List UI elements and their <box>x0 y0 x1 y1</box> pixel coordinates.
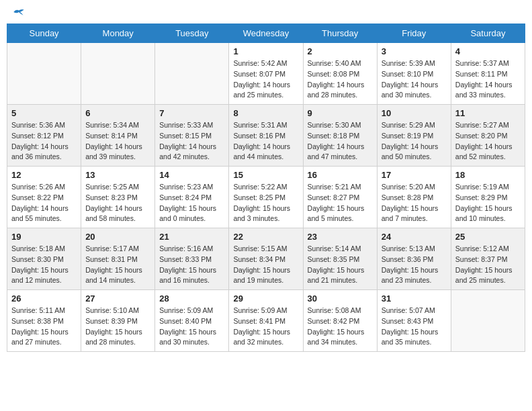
day-info: Sunrise: 5:22 AM Sunset: 8:25 PM Dayligh… <box>233 182 298 224</box>
day-number: 9 <box>308 108 373 118</box>
weekday-header-thursday: Thursday <box>303 24 377 43</box>
calendar-cell: 23Sunrise: 5:14 AM Sunset: 8:35 PM Dayli… <box>303 228 377 290</box>
day-info: Sunrise: 5:42 AM Sunset: 8:07 PM Dayligh… <box>233 58 298 101</box>
day-info: Sunrise: 5:26 AM Sunset: 8:22 PM Dayligh… <box>11 182 77 224</box>
calendar-cell: 28Sunrise: 5:09 AM Sunset: 8:40 PM Dayli… <box>155 290 229 352</box>
day-info: Sunrise: 5:07 AM Sunset: 8:43 PM Dayligh… <box>382 306 447 348</box>
day-number: 12 <box>11 170 77 180</box>
calendar-cell: 1Sunrise: 5:42 AM Sunset: 8:07 PM Daylig… <box>229 43 303 105</box>
calendar-cell: 6Sunrise: 5:34 AM Sunset: 8:14 PM Daylig… <box>81 105 155 167</box>
day-number: 2 <box>308 46 373 56</box>
calendar-cell: 30Sunrise: 5:08 AM Sunset: 8:42 PM Dayli… <box>303 290 377 352</box>
calendar-cell: 4Sunrise: 5:37 AM Sunset: 8:11 PM Daylig… <box>451 43 525 105</box>
day-info: Sunrise: 5:15 AM Sunset: 8:34 PM Dayligh… <box>233 244 298 286</box>
day-info: Sunrise: 5:20 AM Sunset: 8:28 PM Dayligh… <box>382 182 447 224</box>
calendar-cell: 14Sunrise: 5:23 AM Sunset: 8:24 PM Dayli… <box>155 167 229 228</box>
day-info: Sunrise: 5:08 AM Sunset: 8:42 PM Dayligh… <box>308 306 373 348</box>
day-info: Sunrise: 5:33 AM Sunset: 8:15 PM Dayligh… <box>159 120 224 163</box>
day-number: 13 <box>85 170 150 180</box>
calendar-cell: 24Sunrise: 5:13 AM Sunset: 8:36 PM Dayli… <box>377 228 451 290</box>
day-info: Sunrise: 5:11 AM Sunset: 8:38 PM Dayligh… <box>11 306 77 348</box>
calendar-cell: 21Sunrise: 5:16 AM Sunset: 8:33 PM Dayli… <box>155 228 229 290</box>
calendar-cell <box>451 290 525 352</box>
day-number: 3 <box>382 46 447 56</box>
calendar-cell: 8Sunrise: 5:31 AM Sunset: 8:16 PM Daylig… <box>229 105 303 167</box>
day-info: Sunrise: 5:31 AM Sunset: 8:16 PM Dayligh… <box>233 120 298 163</box>
day-info: Sunrise: 5:13 AM Sunset: 8:36 PM Dayligh… <box>382 244 447 286</box>
calendar-cell <box>81 43 155 105</box>
day-number: 29 <box>233 293 298 304</box>
day-number: 26 <box>11 293 77 304</box>
day-info: Sunrise: 5:12 AM Sunset: 8:37 PM Dayligh… <box>455 244 521 286</box>
calendar-cell: 26Sunrise: 5:11 AM Sunset: 8:38 PM Dayli… <box>7 290 81 352</box>
day-number: 16 <box>308 170 373 180</box>
day-number: 14 <box>159 170 224 180</box>
calendar-cell: 19Sunrise: 5:18 AM Sunset: 8:30 PM Dayli… <box>7 228 81 290</box>
day-info: Sunrise: 5:23 AM Sunset: 8:24 PM Dayligh… <box>159 182 224 224</box>
day-number: 20 <box>85 232 150 242</box>
day-info: Sunrise: 5:30 AM Sunset: 8:18 PM Dayligh… <box>308 120 373 163</box>
day-number: 19 <box>11 232 77 242</box>
page-header <box>7 7 525 17</box>
calendar-cell: 10Sunrise: 5:29 AM Sunset: 8:19 PM Dayli… <box>377 105 451 167</box>
day-number: 22 <box>233 232 298 242</box>
calendar-table: SundayMondayTuesdayWednesdayThursdayFrid… <box>7 24 525 352</box>
day-number: 25 <box>455 232 521 242</box>
calendar-week-row: 1Sunrise: 5:42 AM Sunset: 8:07 PM Daylig… <box>7 43 525 105</box>
day-number: 21 <box>159 232 224 242</box>
calendar-cell: 11Sunrise: 5:27 AM Sunset: 8:20 PM Dayli… <box>451 105 525 167</box>
day-number: 30 <box>308 293 373 304</box>
logo-bird-icon <box>13 7 25 17</box>
calendar-cell: 27Sunrise: 5:10 AM Sunset: 8:39 PM Dayli… <box>81 290 155 352</box>
calendar-cell <box>7 43 81 105</box>
calendar-cell: 29Sunrise: 5:09 AM Sunset: 8:41 PM Dayli… <box>229 290 303 352</box>
day-info: Sunrise: 5:40 AM Sunset: 8:08 PM Dayligh… <box>308 58 373 101</box>
day-info: Sunrise: 5:16 AM Sunset: 8:33 PM Dayligh… <box>159 244 224 286</box>
calendar-cell: 13Sunrise: 5:25 AM Sunset: 8:23 PM Dayli… <box>81 167 155 228</box>
calendar-cell: 5Sunrise: 5:36 AM Sunset: 8:12 PM Daylig… <box>7 105 81 167</box>
calendar-cell: 9Sunrise: 5:30 AM Sunset: 8:18 PM Daylig… <box>303 105 377 167</box>
day-info: Sunrise: 5:14 AM Sunset: 8:35 PM Dayligh… <box>308 244 373 286</box>
logo <box>10 10 25 17</box>
day-number: 7 <box>159 108 224 118</box>
weekday-header-tuesday: Tuesday <box>155 24 229 43</box>
day-number: 6 <box>85 108 150 118</box>
day-info: Sunrise: 5:36 AM Sunset: 8:12 PM Dayligh… <box>11 120 77 163</box>
calendar-cell: 20Sunrise: 5:17 AM Sunset: 8:31 PM Dayli… <box>81 228 155 290</box>
day-number: 11 <box>455 108 521 118</box>
weekday-header-saturday: Saturday <box>451 24 525 43</box>
day-info: Sunrise: 5:19 AM Sunset: 8:29 PM Dayligh… <box>455 182 521 224</box>
calendar-cell: 25Sunrise: 5:12 AM Sunset: 8:37 PM Dayli… <box>451 228 525 290</box>
weekday-header-friday: Friday <box>377 24 451 43</box>
calendar-cell: 18Sunrise: 5:19 AM Sunset: 8:29 PM Dayli… <box>451 167 525 228</box>
day-number: 5 <box>11 108 77 118</box>
day-info: Sunrise: 5:18 AM Sunset: 8:30 PM Dayligh… <box>11 244 77 286</box>
day-number: 4 <box>455 46 521 56</box>
calendar-cell: 12Sunrise: 5:26 AM Sunset: 8:22 PM Dayli… <box>7 167 81 228</box>
day-number: 31 <box>382 293 447 304</box>
calendar-cell: 2Sunrise: 5:40 AM Sunset: 8:08 PM Daylig… <box>303 43 377 105</box>
day-number: 8 <box>233 108 298 118</box>
day-number: 15 <box>233 170 298 180</box>
calendar-week-row: 12Sunrise: 5:26 AM Sunset: 8:22 PM Dayli… <box>7 167 525 228</box>
calendar-cell: 16Sunrise: 5:21 AM Sunset: 8:27 PM Dayli… <box>303 167 377 228</box>
calendar-cell: 7Sunrise: 5:33 AM Sunset: 8:15 PM Daylig… <box>155 105 229 167</box>
day-info: Sunrise: 5:25 AM Sunset: 8:23 PM Dayligh… <box>85 182 150 224</box>
calendar-week-row: 26Sunrise: 5:11 AM Sunset: 8:38 PM Dayli… <box>7 290 525 352</box>
calendar-week-row: 19Sunrise: 5:18 AM Sunset: 8:30 PM Dayli… <box>7 228 525 290</box>
day-info: Sunrise: 5:09 AM Sunset: 8:41 PM Dayligh… <box>233 306 298 348</box>
day-number: 10 <box>382 108 447 118</box>
weekday-header-monday: Monday <box>81 24 155 43</box>
day-info: Sunrise: 5:17 AM Sunset: 8:31 PM Dayligh… <box>85 244 150 286</box>
weekday-header-sunday: Sunday <box>7 24 81 43</box>
day-info: Sunrise: 5:21 AM Sunset: 8:27 PM Dayligh… <box>308 182 373 224</box>
calendar-cell: 3Sunrise: 5:39 AM Sunset: 8:10 PM Daylig… <box>377 43 451 105</box>
day-info: Sunrise: 5:09 AM Sunset: 8:40 PM Dayligh… <box>159 306 224 348</box>
day-info: Sunrise: 5:39 AM Sunset: 8:10 PM Dayligh… <box>382 58 447 101</box>
day-info: Sunrise: 5:27 AM Sunset: 8:20 PM Dayligh… <box>455 120 521 163</box>
calendar-cell: 22Sunrise: 5:15 AM Sunset: 8:34 PM Dayli… <box>229 228 303 290</box>
day-number: 18 <box>455 170 521 180</box>
weekday-header-wednesday: Wednesday <box>229 24 303 43</box>
day-number: 1 <box>233 46 298 56</box>
day-number: 17 <box>382 170 447 180</box>
